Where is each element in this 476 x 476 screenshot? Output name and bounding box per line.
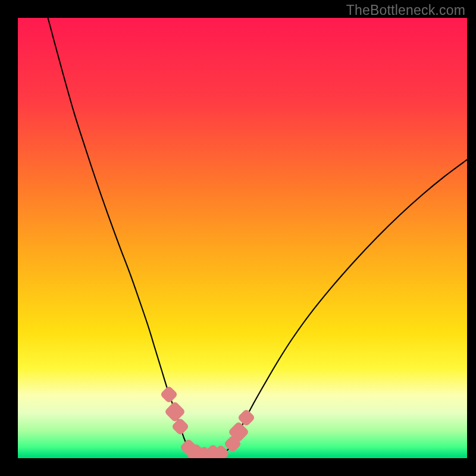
chart-plot-area [18, 18, 467, 458]
chart-frame: TheBottleneck.com [0, 0, 476, 476]
data-marker [159, 385, 178, 403]
watermark-text: TheBottleneck.com [346, 2, 465, 18]
chart-markers [18, 18, 467, 458]
